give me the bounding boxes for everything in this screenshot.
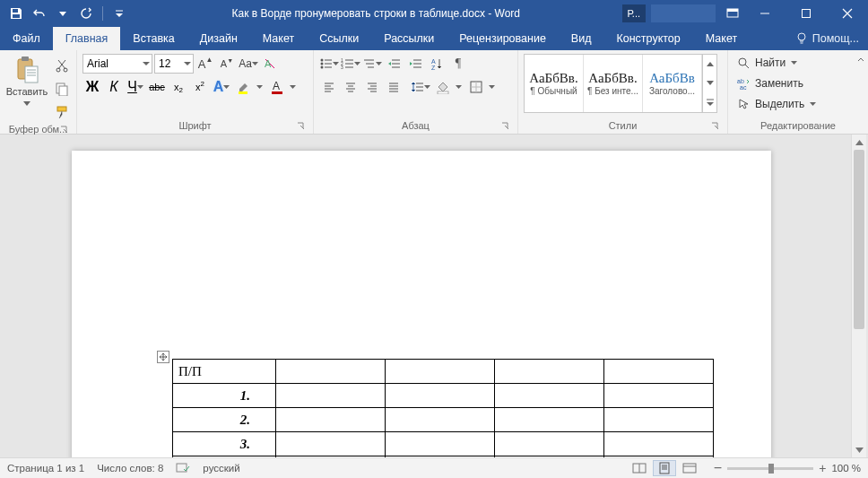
font-color-button[interactable]: A	[266, 77, 298, 97]
find-button[interactable]: Найти	[733, 54, 820, 72]
shading-button[interactable]	[432, 77, 464, 97]
highlight-button[interactable]	[233, 77, 265, 97]
style-heading1[interactable]: АаБбВвЗаголово...	[643, 55, 702, 112]
table-cell[interactable]: П/П	[173, 360, 276, 384]
tell-me[interactable]: Помощ...	[786, 27, 868, 50]
font-size-combo[interactable]: 12	[154, 54, 194, 74]
tab-references[interactable]: Ссылки	[307, 27, 371, 50]
increase-indent-icon[interactable]	[405, 54, 425, 74]
status-page[interactable]: Страница 1 из 1	[7, 463, 84, 474]
tab-table-design[interactable]: Конструктор	[603, 27, 692, 50]
justify-icon[interactable]	[384, 77, 404, 97]
zoom-level[interactable]: 100 %	[831, 463, 861, 474]
copy-icon[interactable]	[52, 79, 72, 99]
bold-button[interactable]: Ж	[82, 77, 102, 97]
line-spacing-icon[interactable]	[411, 77, 430, 97]
vertical-scrollbar[interactable]	[851, 135, 866, 457]
table-row[interactable]: 3.	[173, 432, 714, 456]
numbering-icon[interactable]: 123	[341, 54, 360, 74]
ribbon-display-options-icon[interactable]	[721, 0, 744, 27]
subscript-button[interactable]: x2	[169, 77, 188, 97]
styles-more[interactable]	[702, 55, 716, 112]
account-badge[interactable]: Р...	[622, 4, 646, 22]
dialog-launcher-icon[interactable]	[297, 122, 306, 131]
table-cell[interactable]	[386, 360, 495, 384]
sort-icon[interactable]: AZ	[427, 54, 447, 74]
styles-gallery[interactable]: АаБбВв.¶ Обычный АаБбВв.¶ Без инте... Аа…	[524, 54, 717, 113]
tab-design[interactable]: Дизайн	[187, 27, 250, 50]
zoom-out-icon[interactable]: −	[714, 460, 722, 476]
table-cell[interactable]	[495, 360, 604, 384]
tab-review[interactable]: Рецензирование	[447, 27, 559, 50]
decrease-indent-icon[interactable]	[384, 54, 404, 74]
tab-table-layout[interactable]: Макет	[693, 27, 750, 50]
underline-button[interactable]: Ч	[126, 77, 145, 97]
zoom-slider[interactable]	[727, 467, 813, 470]
qat-customize-icon[interactable]	[108, 3, 130, 24]
save-icon[interactable]	[5, 3, 27, 24]
web-layout-icon[interactable]	[678, 460, 701, 476]
dialog-launcher-icon[interactable]	[711, 122, 720, 131]
tab-layout[interactable]: Макет	[250, 27, 307, 50]
show-marks-icon[interactable]: ¶	[448, 54, 468, 74]
align-right-icon[interactable]	[362, 77, 382, 97]
align-center-icon[interactable]	[341, 77, 360, 97]
document-table[interactable]: П/П 1. 2. 3. 4. 5. 6. 7.	[172, 359, 714, 457]
table-cell[interactable]: 1.	[173, 384, 276, 408]
multilevel-list-icon[interactable]	[362, 54, 382, 74]
collapse-ribbon-icon[interactable]	[854, 50, 868, 135]
redo-icon[interactable]	[75, 3, 97, 24]
dialog-launcher-icon[interactable]	[60, 126, 69, 135]
text-effects-icon[interactable]: A	[212, 77, 231, 97]
undo-dropdown-icon[interactable]	[52, 3, 74, 24]
table-row[interactable]: 1.	[173, 384, 714, 408]
select-button[interactable]: Выделить	[733, 95, 820, 113]
align-left-icon[interactable]	[319, 77, 339, 97]
zoom-in-icon[interactable]: +	[819, 461, 826, 475]
replace-button[interactable]: abacЗаменить	[733, 74, 820, 92]
close-button[interactable]	[827, 0, 868, 27]
italic-button[interactable]: К	[104, 77, 124, 97]
paste-button[interactable]: Вставить	[5, 54, 48, 109]
style-normal[interactable]: АаБбВв.¶ Обычный	[525, 55, 584, 112]
status-word-count[interactable]: Число слов: 8	[97, 463, 163, 474]
document-area[interactable]: П/П 1. 2. 3. 4. 5. 6. 7.	[0, 135, 868, 457]
tab-file[interactable]: Файл	[0, 27, 53, 50]
clear-formatting-icon[interactable]: A	[260, 54, 280, 74]
grow-font-icon[interactable]: A▲	[195, 54, 215, 74]
table-cell[interactable]: 2.	[173, 408, 276, 432]
change-case-icon[interactable]: Aa	[239, 54, 258, 74]
tab-insert[interactable]: Вставка	[120, 27, 187, 50]
tab-view[interactable]: Вид	[559, 27, 604, 50]
minimize-button[interactable]	[744, 0, 786, 27]
format-painter-icon[interactable]	[52, 102, 72, 122]
borders-button[interactable]	[465, 77, 497, 97]
strikethrough-button[interactable]: abc	[147, 77, 167, 97]
status-language[interactable]: русский	[203, 463, 239, 474]
superscript-button[interactable]: x2	[190, 77, 210, 97]
dialog-launcher-icon[interactable]	[501, 122, 510, 131]
bullets-icon[interactable]	[319, 54, 339, 74]
spellcheck-icon[interactable]	[176, 462, 190, 474]
font-name-combo[interactable]: Arial	[82, 54, 152, 74]
style-no-spacing[interactable]: АаБбВв.¶ Без инте...	[584, 55, 643, 112]
select-icon	[737, 98, 750, 110]
table-move-handle-icon[interactable]	[157, 351, 169, 363]
cut-icon[interactable]	[52, 56, 72, 75]
account-area[interactable]	[651, 4, 716, 22]
table-cell[interactable]	[604, 360, 714, 384]
print-layout-icon[interactable]	[653, 460, 676, 476]
table-cell[interactable]	[276, 360, 386, 384]
scroll-down-icon[interactable]	[852, 442, 866, 457]
shrink-font-icon[interactable]: A▼	[217, 54, 237, 74]
table-cell[interactable]: 3.	[173, 432, 276, 456]
undo-icon[interactable]	[29, 3, 50, 24]
maximize-button[interactable]	[786, 0, 827, 27]
table-row[interactable]: 2.	[173, 408, 714, 432]
table-row[interactable]: П/П	[173, 360, 714, 384]
tab-mailings[interactable]: Рассылки	[371, 27, 447, 50]
scroll-up-icon[interactable]	[852, 135, 866, 150]
read-mode-icon[interactable]	[628, 460, 651, 476]
tab-home[interactable]: Главная	[53, 27, 121, 50]
scroll-thumb[interactable]	[854, 150, 864, 329]
